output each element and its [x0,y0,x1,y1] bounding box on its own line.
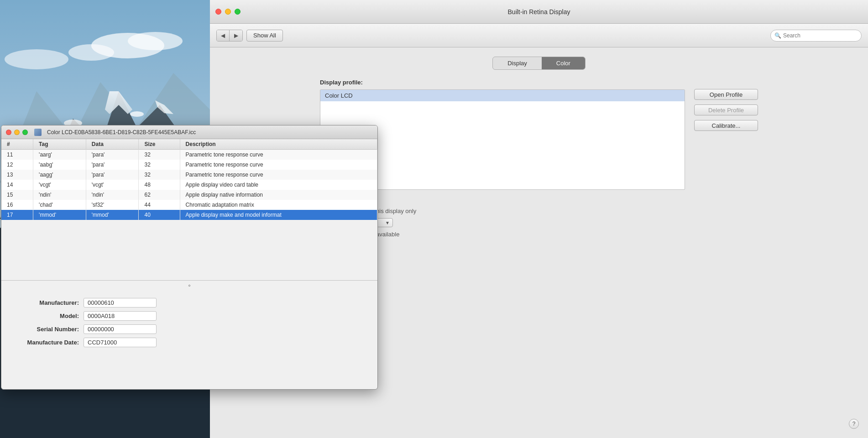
cell-data: 'vcgt' [86,180,139,190]
scroll-dot: ⚬ [187,282,192,289]
table-row[interactable]: 14 'vcgt' 'vcgt' 48 Apple display video … [1,180,377,190]
cell-tag: 'aagg' [33,170,86,180]
cell-size: 32 [139,170,180,180]
cell-desc: Parametric tone response curve [180,150,377,160]
cell-num: 11 [1,150,33,160]
help-button[interactable]: ? [849,419,859,429]
model-label: Model: [10,313,79,319]
col-tag: Tag [33,139,86,150]
col-data: Data [86,139,139,150]
serial-value: 00000000 [84,324,157,334]
cell-data: 'para' [86,150,139,160]
help-area: ? [849,419,859,429]
cell-num: 13 [1,170,33,180]
icc-file-icon [34,129,42,136]
cell-data: 'sf32' [86,200,139,210]
cell-size: 32 [139,160,180,170]
svg-point-4 [5,49,68,69]
cell-size: 44 [139,200,180,210]
profile-header: Display profile: [320,79,685,86]
date-label: Manufacture Date: [10,339,79,346]
table-row[interactable]: 15 'ndin' 'ndin' 62 Apple display native… [1,190,377,200]
serial-label: Serial Number: [10,326,79,333]
table-row[interactable]: 16 'chad' 'sf32' 44 Chromatic adaptation… [1,200,377,210]
dropdown-arrow-icon: ▼ [385,220,390,225]
cell-tag: 'aabg' [33,160,86,170]
cell-desc: Apple display make and model informat [180,210,377,220]
toolbar: ◀ ▶ Show All 🔍 [210,24,868,47]
search-input[interactable] [783,32,858,39]
cell-tag: 'mmod' [33,210,86,220]
manufacturer-label: Manufacturer: [10,299,79,306]
icc-table-container[interactable]: # Tag Data Size Description 11 'aarg' 'p… [1,139,377,281]
nav-buttons: ◀ ▶ [216,30,243,42]
cell-data: 'ndin' [86,190,139,200]
cell-num: 15 [1,190,33,200]
manufacturer-row: Manufacturer: 00000610 [10,298,368,308]
window-title: Built-in Retina Display [508,8,570,16]
profile-label: Display profile: [320,79,363,86]
minimize-button[interactable] [225,9,231,15]
tab-display[interactable]: Display [493,57,542,69]
table-row[interactable]: 13 'aagg' 'para' 32 Parametric tone resp… [1,170,377,180]
cell-data: 'para' [86,170,139,180]
icc-titlebar: Color LCD-E0BA5838-6BE1-D819-C82B-5FE445… [1,125,377,139]
icc-maximize-button[interactable] [22,130,28,135]
cell-tag: 'aarg' [33,150,86,160]
open-profile-button[interactable]: Open Profile [694,89,758,100]
icc-table-header: # Tag Data Size Description [1,139,377,150]
icc-info-panel: Manufacturer: 00000610 Model: 0000A018 S… [1,291,377,358]
cell-desc: Apple display video card table [180,180,377,190]
profile-buttons: Open Profile Delete Profile Calibrate... [694,89,758,238]
table-row[interactable]: 11 'aarg' 'para' 32 Parametric tone resp… [1,150,377,160]
manufacturer-value: 00000610 [84,298,157,308]
icc-table: # Tag Data Size Description 11 'aarg' 'p… [1,139,377,220]
scroll-indicator: ⚬ [1,281,377,291]
col-size: Size [139,139,180,150]
date-value: CCD71000 [84,338,157,347]
icc-close-button[interactable] [6,130,11,135]
date-row: Manufacture Date: CCD71000 [10,338,368,347]
cell-num: 17 [1,210,33,220]
search-icon: 🔍 [774,32,781,39]
titlebar: Built-in Retina Display [210,0,868,24]
cell-desc: Parametric tone response curve [180,170,377,180]
model-value: 0000A018 [84,311,157,321]
cell-num: 12 [1,160,33,170]
svg-point-13 [130,111,144,117]
table-row[interactable]: 12 'aabg' 'para' 32 Parametric tone resp… [1,160,377,170]
table-row-selected[interactable]: 17 'mmod' 'mmod' 40 Apple display make a… [1,210,377,220]
icc-minimize-button[interactable] [14,130,20,135]
cell-size: 48 [139,180,180,190]
cell-tag: 'ndin' [33,190,86,200]
cell-size: 32 [139,150,180,160]
back-button[interactable]: ◀ [217,30,230,41]
icc-profile-window: Color LCD-E0BA5838-6BE1-D819-C82B-5FE445… [1,125,378,390]
close-button[interactable] [215,9,221,15]
tab-bar: Display Color [492,57,586,70]
show-all-button[interactable]: Show All [246,30,283,42]
maximize-button[interactable] [235,9,241,15]
cell-desc: Apple display native information [180,190,377,200]
delete-profile-button[interactable]: Delete Profile [694,104,758,115]
icc-window-title: Color LCD-E0BA5838-6BE1-D819-C82B-5FE445… [47,129,196,136]
cell-num: 14 [1,180,33,190]
cell-tag: 'vcgt' [33,180,86,190]
calibrate-button[interactable]: Calibrate... [694,120,758,131]
serial-row: Serial Number: 00000000 [10,324,368,334]
color-panel-wrapper: Display profile: Color LCD -1 Show profi… [320,79,758,238]
cell-num: 16 [1,200,33,210]
col-num: # [1,139,33,150]
model-row: Model: 0000A018 [10,311,368,321]
traffic-lights [215,9,241,15]
cell-desc: Parametric tone response curve [180,160,377,170]
col-description: Description [180,139,377,150]
profile-item-color-lcd[interactable]: Color LCD [320,90,685,101]
cell-size: 40 [139,210,180,220]
tab-color[interactable]: Color [542,57,585,69]
svg-point-2 [128,32,183,50]
search-box: 🔍 [770,30,862,42]
cell-desc: Chromatic adaptation matrix [180,200,377,210]
icc-table-body: 11 'aarg' 'para' 32 Parametric tone resp… [1,150,377,220]
forward-button[interactable]: ▶ [230,30,242,41]
